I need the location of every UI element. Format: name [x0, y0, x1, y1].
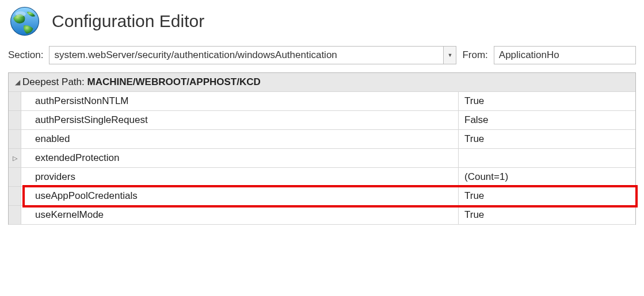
property-row[interactable]: enabledTrue [9, 130, 635, 149]
from-dropdown[interactable]: ApplicationHo [494, 46, 636, 64]
property-row[interactable]: authPersistSingleRequestFalse [9, 111, 635, 130]
globe-icon [8, 5, 41, 38]
section-dropdown[interactable]: system.webServer/security/authentication… [49, 46, 444, 64]
row-gutter [9, 187, 21, 205]
page-header: Configuration Editor [0, 0, 644, 44]
property-value[interactable]: True [459, 206, 635, 224]
property-value[interactable]: True [459, 130, 635, 148]
from-label: From: [462, 49, 487, 61]
property-value[interactable] [459, 149, 635, 167]
section-toolbar: Section: system.webServer/security/authe… [0, 44, 644, 72]
property-name: providers [21, 168, 459, 186]
property-value[interactable]: False [459, 111, 635, 129]
property-row[interactable]: authPersistNonNTLMTrue [9, 92, 635, 111]
property-row[interactable]: providers(Count=1) [9, 168, 635, 187]
collapse-toggle-icon[interactable]: ◢ [12, 78, 22, 86]
property-name: authPersistSingleRequest [21, 111, 459, 129]
grid-category-header[interactable]: ◢ Deepest Path: MACHINE/WEBROOT/APPHOST/… [9, 73, 635, 92]
expand-toggle-icon[interactable]: ▷ [9, 149, 21, 167]
section-label: Section: [8, 49, 43, 61]
property-name: useKernelMode [21, 206, 459, 224]
section-value-text: system.webServer/security/authentication… [54, 49, 337, 61]
svg-point-1 [16, 11, 26, 17]
property-value[interactable]: True [459, 187, 635, 205]
deepest-path-label: Deepest Path: MACHINE/WEBROOT/APPHOST/KC… [22, 76, 261, 88]
property-name: extendedProtection [21, 149, 459, 167]
chevron-down-icon: ▼ [447, 52, 452, 58]
from-value-text: ApplicationHo [499, 49, 559, 61]
property-grid: ◢ Deepest Path: MACHINE/WEBROOT/APPHOST/… [8, 72, 636, 225]
page-title: Configuration Editor [52, 11, 204, 31]
property-row[interactable]: useKernelModeTrue [9, 206, 635, 225]
section-dropdown-button[interactable]: ▼ [444, 46, 456, 64]
row-gutter [9, 92, 21, 110]
row-gutter [9, 130, 21, 148]
row-gutter [9, 111, 21, 129]
property-name: authPersistNonNTLM [21, 92, 459, 110]
property-row[interactable]: useAppPoolCredentialsTrue [9, 187, 635, 206]
row-gutter [9, 168, 21, 186]
property-row[interactable]: ▷extendedProtection [9, 149, 635, 168]
property-name: useAppPoolCredentials [21, 187, 459, 205]
row-gutter [9, 206, 21, 224]
property-value[interactable]: (Count=1) [459, 168, 635, 186]
property-name: enabled [21, 130, 459, 148]
property-value[interactable]: True [459, 92, 635, 110]
